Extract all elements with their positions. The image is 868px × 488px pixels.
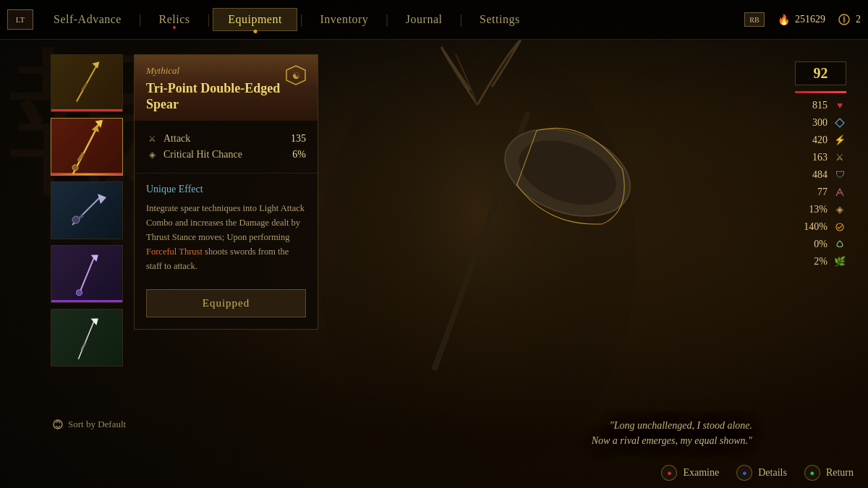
resource-2-value: 2 bbox=[856, 14, 861, 25]
nav-sep-2: | bbox=[205, 12, 213, 27]
item-type-icon: ☯ bbox=[284, 64, 307, 87]
weapon-slot-3[interactable] bbox=[51, 181, 123, 239]
stat-line-hp: 815 ♥ bbox=[795, 98, 846, 114]
stat6-icon bbox=[833, 186, 846, 199]
examine-button[interactable]: ● Examine bbox=[661, 465, 719, 481]
slot-4-bar bbox=[51, 300, 122, 302]
attack-icon: ⚔ bbox=[146, 133, 158, 145]
relics-dot bbox=[173, 26, 176, 29]
stat-line-4: 163 ⚔ bbox=[795, 150, 846, 166]
stat-crit-label: Critical Hit Chance bbox=[163, 149, 242, 160]
effect-text-1: Integrate spear techniques into Light At… bbox=[146, 203, 305, 242]
svg-line-7 bbox=[80, 83, 88, 90]
quote-area: "Long unchallenged, I stood alone. Now a… bbox=[592, 418, 752, 448]
return-label: Return bbox=[826, 467, 854, 479]
slot-1-bar bbox=[51, 109, 122, 111]
stat5-icon: 🛡 bbox=[833, 168, 846, 181]
sort-button[interactable]: Sort by Default bbox=[52, 419, 126, 430]
svg-marker-6 bbox=[92, 60, 102, 70]
stat-attack-label: Attack bbox=[163, 133, 190, 145]
stat7-icon: ◈ bbox=[833, 203, 846, 216]
stat-10-value: 2% bbox=[795, 256, 827, 267]
item-rarity: Mythical bbox=[146, 65, 306, 77]
effect-highlight-1: Forceful Thrust bbox=[146, 247, 203, 257]
weapon-slot-4[interactable] bbox=[51, 245, 123, 303]
stat2-icon bbox=[833, 116, 846, 129]
stat-5-value: 484 bbox=[795, 169, 827, 181]
stat-attack-value: 135 bbox=[291, 133, 306, 145]
stat10-icon: 🌿 bbox=[833, 255, 846, 268]
stat3-icon: ⚡ bbox=[833, 134, 846, 147]
stat-row-attack: ⚔ Attack 135 bbox=[146, 131, 306, 147]
stat-line-8: 140% bbox=[795, 219, 846, 235]
stat-line-3: 420 ⚡ bbox=[795, 132, 846, 148]
stats-panel: 92 815 ♥ 300 420 ⚡ 163 ⚔ 484 🛡 77 13% ◈ … bbox=[795, 61, 846, 270]
nav-sep-3: | bbox=[297, 12, 306, 27]
sort-label: Sort by Default bbox=[68, 419, 126, 430]
stat-line-7: 13% ◈ bbox=[795, 202, 846, 218]
weapon-slot-5[interactable] bbox=[51, 309, 123, 367]
item-card: Mythical Tri-Point Double-Edged Spear ☯ … bbox=[134, 54, 318, 330]
nav-items: Self-Advance | Relics | Equipment | Inve… bbox=[39, 8, 744, 31]
weapon-slot-2[interactable] bbox=[51, 118, 123, 176]
flame-icon: 🔥 bbox=[776, 12, 791, 27]
equip-button[interactable]: Equipped bbox=[146, 289, 306, 317]
quote-line-1: "Long unchallenged, I stood alone. bbox=[592, 418, 752, 433]
spirit-icon bbox=[837, 12, 851, 27]
stat9-icon bbox=[833, 238, 846, 251]
svg-point-27 bbox=[836, 223, 843, 231]
stat-line-6: 77 bbox=[795, 184, 846, 200]
weapon-icon-3 bbox=[61, 192, 112, 228]
resource-1-value: 251629 bbox=[795, 14, 825, 25]
stat-6-value: 77 bbox=[795, 187, 827, 198]
nav-right: RB 🔥 251629 2 bbox=[744, 12, 861, 27]
slot-2-bar bbox=[51, 173, 122, 175]
weapon-slot-1[interactable] bbox=[51, 54, 123, 112]
nav-bar: LT Self-Advance | Relics | Equipment | I… bbox=[0, 0, 868, 40]
nav-item-relics[interactable]: Relics bbox=[145, 9, 205, 30]
details-label: Details bbox=[758, 467, 787, 479]
item-stats: ⚔ Attack 135 ◈ Critical Hit Chance 6% bbox=[135, 121, 318, 174]
item-header: Mythical Tri-Point Double-Edged Spear ☯ bbox=[135, 55, 318, 121]
stat-crit-value: 6% bbox=[292, 149, 306, 160]
svg-point-19 bbox=[75, 288, 83, 296]
crit-icon: ◈ bbox=[146, 149, 158, 160]
stat-2-value: 300 bbox=[795, 117, 827, 129]
stat-hp-value: 815 bbox=[795, 100, 827, 111]
stat-8-value: 140% bbox=[795, 221, 827, 233]
stat-4-value: 163 bbox=[795, 152, 827, 163]
unique-effect-title: Unique Effect bbox=[146, 184, 306, 195]
nav-resource-1: 🔥 251629 bbox=[776, 12, 825, 27]
bottom-actions: ● Examine ● Details ● Return bbox=[661, 465, 854, 481]
stat-line-9: 0% bbox=[795, 236, 846, 252]
sort-icon bbox=[52, 419, 64, 430]
stat-line-2: 300 bbox=[795, 115, 846, 131]
unique-effect-text: Integrate spear techniques into Light At… bbox=[146, 201, 306, 273]
examine-icon: ● bbox=[661, 465, 677, 481]
stat4-icon: ⚔ bbox=[833, 151, 846, 164]
nav-item-inventory[interactable]: Inventory bbox=[306, 9, 383, 30]
return-button[interactable]: ● Return bbox=[804, 465, 854, 481]
examine-label: Examine bbox=[683, 467, 719, 479]
nav-item-equipment[interactable]: Equipment bbox=[213, 8, 297, 31]
nav-sep-1: | bbox=[136, 12, 145, 27]
nav-sep-5: | bbox=[456, 12, 465, 27]
item-detail-panel: Mythical Tri-Point Double-Edged Spear ☯ … bbox=[134, 54, 318, 330]
nav-item-settings[interactable]: Settings bbox=[465, 9, 535, 30]
heart-icon: ♥ bbox=[833, 99, 846, 112]
nav-item-self-advance[interactable]: Self-Advance bbox=[39, 9, 136, 30]
stat-row-crit: ◈ Critical Hit Chance 6% bbox=[146, 147, 306, 163]
quote-line-2: Now a rival emerges, my equal shown." bbox=[592, 433, 752, 448]
svg-line-11 bbox=[76, 153, 85, 160]
item-name: Tri-Point Double-Edged Spear bbox=[146, 81, 306, 112]
details-button[interactable]: ● Details bbox=[736, 465, 787, 481]
level-badge: 92 bbox=[795, 61, 846, 85]
nav-item-journal[interactable]: Journal bbox=[391, 9, 457, 30]
nav-resource-2: 2 bbox=[837, 12, 861, 27]
nav-left-badge[interactable]: LT bbox=[7, 9, 33, 30]
nav-right-badge[interactable]: RB bbox=[744, 12, 765, 27]
stat-line-5: 484 🛡 bbox=[795, 167, 846, 183]
stat-9-value: 0% bbox=[795, 239, 827, 250]
hp-bar bbox=[795, 91, 846, 93]
svg-text:☯: ☯ bbox=[292, 71, 300, 81]
